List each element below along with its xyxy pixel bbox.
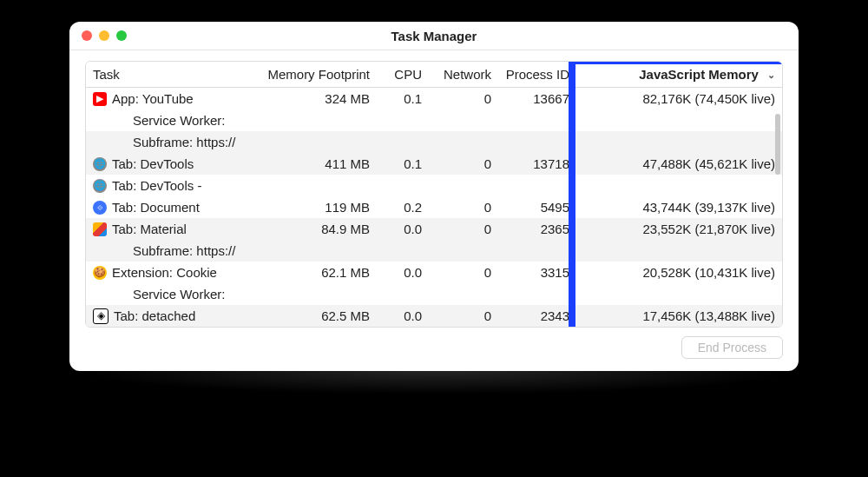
column-header-jsmem[interactable]: JavaScript Memory ⌄ — [576, 62, 782, 88]
column-header-jsmem-label: JavaScript Memory — [639, 67, 759, 82]
cell-cpu — [377, 240, 429, 262]
column-header-cpu[interactable]: CPU — [377, 62, 429, 88]
footer: End Process — [85, 328, 783, 359]
task-label: Tab: Document — [112, 198, 200, 216]
cell-jsmem: 82,176K (74,450K live) — [576, 88, 782, 110]
cell-pid: 13667 — [498, 88, 576, 110]
titlebar: Task Manager — [69, 22, 799, 50]
cell-memory: 411 MB — [247, 153, 377, 175]
cell-memory: 84.9 MB — [247, 218, 377, 240]
table-row[interactable]: Subframe: https:// — [86, 240, 782, 262]
cell-cpu — [377, 175, 429, 196]
table-row[interactable]: Subframe: https:// — [86, 131, 782, 153]
cell-memory: 119 MB — [247, 196, 377, 218]
cell-network: 0 — [429, 196, 498, 218]
task-label: Subframe: https:// — [133, 242, 235, 260]
task-manager-window: Task Manager Task Memory Footprint CPU N… — [69, 22, 799, 371]
cell-pid: 3315 — [498, 262, 576, 283]
cell-network: 0 — [429, 218, 498, 240]
cell-cpu: 0.2 — [377, 196, 429, 218]
cell-cpu: 0.0 — [377, 262, 429, 283]
codepen-icon — [93, 308, 108, 324]
cell-memory: 324 MB — [247, 88, 377, 110]
cell-jsmem — [576, 131, 782, 153]
task-label: Service Worker: — [133, 285, 225, 303]
cell-jsmem — [576, 283, 782, 305]
cell-network — [429, 283, 498, 305]
cell-cpu: 0.1 — [377, 153, 429, 175]
cell-jsmem — [576, 175, 782, 196]
cell-pid: 13718 — [498, 153, 576, 175]
cell-jsmem: 20,528K (10,431K live) — [576, 262, 782, 283]
task-label: Tab: detached — [114, 307, 195, 325]
globe-icon: 🌐 — [93, 157, 107, 171]
close-icon[interactable] — [82, 30, 92, 41]
column-header-task[interactable]: Task — [86, 62, 247, 88]
table-row[interactable]: ⟐Tab: Document119 MB0.20549543,744K (39,… — [86, 196, 782, 218]
column-header-memory[interactable]: Memory Footprint — [247, 62, 377, 88]
cell-jsmem — [576, 109, 782, 131]
cell-jsmem — [576, 240, 782, 262]
task-label: Tab: DevTools — [112, 155, 194, 173]
window-title: Task Manager — [69, 29, 799, 43]
end-process-button[interactable]: End Process — [681, 336, 783, 359]
column-header-network[interactable]: Network — [429, 62, 498, 88]
cell-pid: 2343 — [498, 305, 576, 327]
content: Task Memory Footprint CPU Network Proces… — [69, 50, 799, 371]
cell-pid — [498, 109, 576, 131]
process-table: Task Memory Footprint CPU Network Proces… — [85, 61, 783, 328]
cell-pid — [498, 131, 576, 153]
cell-pid: 2365 — [498, 218, 576, 240]
cell-memory: 62.5 MB — [247, 305, 377, 327]
table-row[interactable]: Tab: Material84.9 MB0.00236523,552K (21,… — [86, 218, 782, 240]
cell-memory: 62.1 MB — [247, 262, 377, 283]
cell-cpu — [377, 109, 429, 131]
column-header-pid[interactable]: Process ID — [498, 62, 576, 88]
table-row[interactable]: 🍪Extension: Cookie62.1 MB0.00331520,528K… — [86, 262, 782, 283]
cell-pid — [498, 283, 576, 305]
cell-jsmem: 17,456K (13,488K live) — [576, 305, 782, 327]
table-row[interactable]: Tab: detached62.5 MB0.00234317,456K (13,… — [86, 305, 782, 327]
cookie-icon: 🍪 — [93, 266, 107, 280]
cell-network — [429, 131, 498, 153]
globe-icon: 🌐 — [93, 179, 107, 193]
cell-cpu: 0.0 — [377, 218, 429, 240]
youtube-icon: ▶ — [93, 92, 107, 106]
task-label: Extension: Cookie — [112, 263, 217, 282]
task-label: Subframe: https:// — [133, 133, 235, 151]
cell-jsmem: 43,744K (39,137K live) — [576, 196, 782, 218]
dev-icon: ⟐ — [93, 201, 107, 215]
table-row[interactable]: Service Worker: — [86, 283, 782, 305]
material-icon — [93, 222, 107, 236]
task-label: Tab: DevTools - — [112, 176, 201, 195]
table-row[interactable]: Service Worker: — [86, 109, 782, 131]
cell-cpu — [377, 283, 429, 305]
cell-pid: 5495 — [498, 196, 576, 218]
cell-cpu — [377, 131, 429, 153]
chevron-down-icon: ⌄ — [767, 70, 775, 81]
cell-network — [429, 109, 498, 131]
cell-memory — [247, 109, 377, 131]
table-row[interactable]: 🌐Tab: DevTools411 MB0.101371847,488K (45… — [86, 153, 782, 175]
minimize-icon[interactable] — [99, 30, 109, 41]
cell-memory — [247, 175, 377, 196]
cell-memory — [247, 131, 377, 153]
cell-network: 0 — [429, 153, 498, 175]
cell-pid — [498, 240, 576, 262]
scrollbar[interactable] — [775, 114, 780, 175]
cell-network: 0 — [429, 88, 498, 110]
cell-cpu: 0.0 — [377, 305, 429, 327]
traffic-lights — [69, 30, 127, 41]
task-label: Tab: Material — [112, 220, 187, 238]
column-headers-row: Task Memory Footprint CPU Network Proces… — [86, 62, 782, 88]
table-row[interactable]: ▶App: YouTube324 MB0.101366782,176K (74,… — [86, 88, 782, 110]
zoom-icon[interactable] — [116, 30, 127, 41]
cell-network — [429, 240, 498, 262]
cell-memory — [247, 283, 377, 305]
cell-memory — [247, 240, 377, 262]
cell-network: 0 — [429, 305, 498, 327]
table-row[interactable]: 🌐Tab: DevTools - — [86, 175, 782, 196]
cell-jsmem: 47,488K (45,621K live) — [576, 153, 782, 175]
task-label: Service Worker: — [133, 111, 225, 129]
cell-cpu: 0.1 — [377, 88, 429, 110]
